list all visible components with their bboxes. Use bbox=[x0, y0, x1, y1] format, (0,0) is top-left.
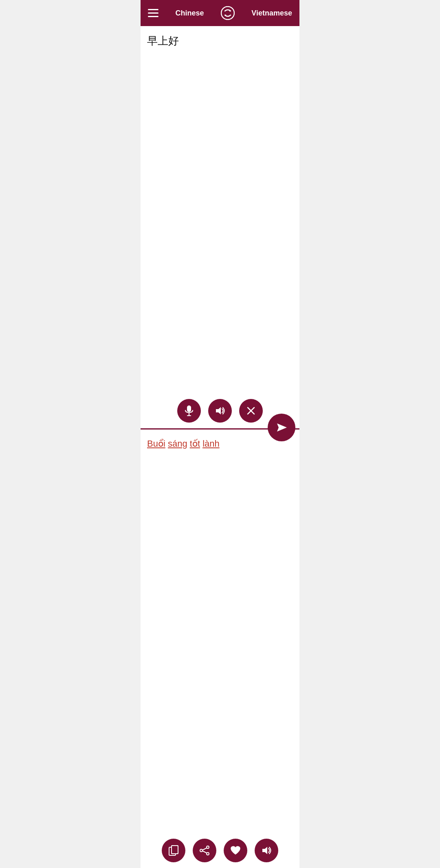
target-word-buoi[interactable]: Buổi bbox=[147, 438, 165, 449]
source-language-label[interactable]: Chinese bbox=[175, 9, 204, 18]
speaker-button-source[interactable] bbox=[208, 399, 232, 423]
send-button[interactable] bbox=[268, 414, 295, 441]
svg-point-15 bbox=[200, 849, 202, 852]
share-button[interactable] bbox=[193, 839, 216, 862]
app-container: Chinese Vietnamese 早上好 bbox=[141, 0, 299, 868]
svg-rect-2 bbox=[148, 16, 158, 17]
target-panel: Buổi sáng tốt lành bbox=[141, 430, 299, 868]
target-language-label[interactable]: Vietnamese bbox=[251, 9, 292, 18]
svg-rect-1 bbox=[148, 13, 158, 14]
svg-rect-0 bbox=[148, 9, 158, 10]
svg-line-17 bbox=[202, 848, 207, 850]
source-panel: 早上好 bbox=[141, 26, 299, 430]
microphone-button[interactable] bbox=[177, 399, 201, 423]
target-word-lanh[interactable]: lành bbox=[202, 438, 220, 449]
svg-rect-12 bbox=[172, 846, 178, 854]
copy-button[interactable] bbox=[162, 839, 185, 862]
target-controls bbox=[141, 839, 299, 862]
favorite-button[interactable] bbox=[224, 839, 247, 862]
swap-languages-icon[interactable] bbox=[221, 6, 235, 20]
source-text[interactable]: 早上好 bbox=[141, 26, 299, 428]
target-word-tot[interactable]: tốt bbox=[190, 438, 200, 449]
svg-line-18 bbox=[202, 851, 207, 853]
clear-button[interactable] bbox=[239, 399, 263, 423]
svg-point-3 bbox=[221, 7, 234, 20]
svg-rect-4 bbox=[187, 405, 191, 412]
svg-marker-7 bbox=[216, 407, 221, 414]
svg-marker-10 bbox=[277, 423, 287, 432]
speaker-button-target[interactable] bbox=[255, 839, 278, 862]
svg-marker-19 bbox=[262, 847, 267, 854]
header: Chinese Vietnamese bbox=[141, 0, 299, 26]
menu-icon[interactable] bbox=[148, 9, 158, 17]
target-word-sang[interactable]: sáng bbox=[168, 438, 187, 449]
